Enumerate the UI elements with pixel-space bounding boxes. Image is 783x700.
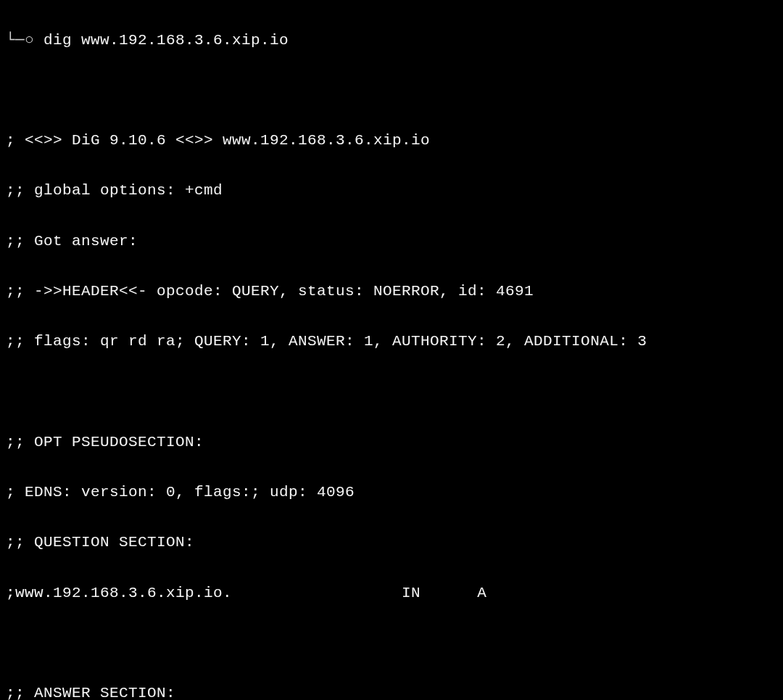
got-answer: ;; Got answer:: [6, 229, 777, 255]
prompt-glyph: └─○: [6, 28, 34, 54]
question-row: ;www.192.168.3.6.xip.io. IN A: [6, 581, 777, 606]
opt-section-title: ;; OPT PSEUDOSECTION:: [6, 430, 777, 456]
question-class: IN: [402, 585, 420, 601]
prompt-line[interactable]: └─○ dig www.192.168.3.6.xip.io: [6, 28, 777, 54]
question-name: ;www.192.168.3.6.xip.io.: [6, 585, 232, 601]
answer-section-title: ;; ANSWER SECTION:: [6, 681, 777, 700]
header-line: ;; ->>HEADER<<- opcode: QUERY, status: N…: [6, 279, 777, 305]
command-text: dig www.192.168.3.6.xip.io: [44, 32, 289, 49]
question-type: A: [477, 585, 486, 601]
global-options: ;; global options: +cmd: [6, 178, 777, 204]
question-section-title: ;; QUESTION SECTION:: [6, 530, 777, 556]
dig-banner: ; <<>> DiG 9.10.6 <<>> www.192.168.3.6.x…: [6, 128, 777, 154]
flags-line: ;; flags: qr rd ra; QUERY: 1, ANSWER: 1,…: [6, 329, 777, 355]
edns-line: ; EDNS: version: 0, flags:; udp: 4096: [6, 480, 777, 506]
terminal-output: └─○ dig www.192.168.3.6.xip.io ; <<>> Di…: [0, 0, 783, 700]
